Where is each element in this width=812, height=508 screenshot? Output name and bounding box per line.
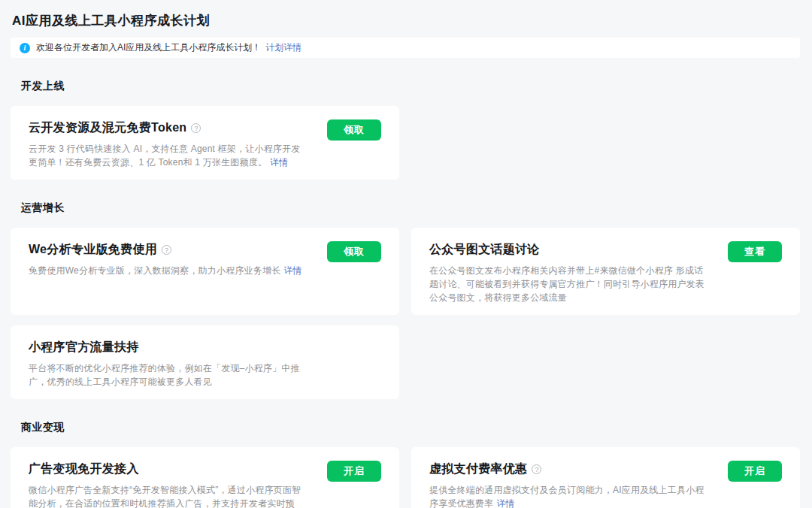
card-title: 小程序官方流量扶持 [29,339,139,355]
welcome-banner: i 欢迎各位开发者加入AI应用及线上工具小程序成长计划！ 计划详情 [11,38,800,58]
card-cloud-resources: 云开发资源及混元免费Token ? 云开发 3 行代码快速接入 AI，支持任意 … [11,106,399,180]
card-title: 公众号图文话题讨论 [429,241,540,258]
enable-button[interactable]: 开启 [728,461,782,482]
section-heading-growth: 运营增长 [21,201,800,215]
details-link[interactable]: 详情 [496,498,514,508]
card-description: 在公众号图文发布小程序相关内容并带上#来微信做个小程序 形成话题讨论、可能被看到… [429,264,709,304]
card-title: We分析专业版免费使用 [29,241,157,258]
card-description: 微信小程序广告全新支持“免开发智能接入模式”，通过小程序页面智能分析，在合适的位… [29,483,308,508]
card-description: 提供全终端的通用虚拟支付及会员订阅能力，AI应用及线上工具小程序享受优惠费率详情 [429,483,709,508]
section-heading-development: 开发上线 [21,80,800,93]
card-desc-text: 云开发 3 行代码快速接入 AI，支持任意 Agent 框架，让小程序开发更简单… [29,144,300,168]
row-traffic: 小程序官方流量扶持 平台将不断的优化小程序推荐的体验，例如在「发现–小程序」中推… [11,325,800,399]
content-area: 开发上线 云开发资源及混元免费Token ? 云开发 3 行代码快速接入 AI，… [0,80,812,508]
card-desc-text: 平台将不断的优化小程序推荐的体验，例如在「发现–小程序」中推广，优秀的线上工具小… [29,363,300,387]
card-traffic-support: 小程序官方流量扶持 平台将不断的优化小程序推荐的体验，例如在「发现–小程序」中推… [11,325,399,399]
claim-button[interactable]: 领取 [327,241,381,262]
card-desc-text: 提供全终端的通用虚拟支付及会员订阅能力，AI应用及线上工具小程序享受优惠费率 [429,485,704,508]
banner-text: 欢迎各位开发者加入AI应用及线上工具小程序成长计划！ [36,41,261,54]
help-icon[interactable]: ? [532,464,541,474]
row-development: 云开发资源及混元免费Token ? 云开发 3 行代码快速接入 AI，支持任意 … [11,106,800,180]
row-growth: We分析专业版免费使用 ? 免费使用We分析专业版，深入数据洞察，助力小程序业务… [11,228,800,315]
card-official-account-topic: 公众号图文话题讨论 在公众号图文发布小程序相关内容并带上#来微信做个小程序 形成… [411,228,800,315]
card-title: 广告变现免开发接入 [29,461,139,477]
enable-button[interactable]: 开启 [327,461,381,482]
details-link[interactable]: 详情 [283,265,301,276]
card-title: 虚拟支付费率优惠 [429,461,527,477]
info-icon: i [20,43,30,53]
growth-plan-page: AI应用及线上工具小程序成长计划 i 欢迎各位开发者加入AI应用及线上工具小程序… [0,0,812,508]
help-icon[interactable]: ? [191,123,201,133]
page-title: AI应用及线上工具小程序成长计划 [0,0,812,38]
card-virtual-payment: 虚拟支付费率优惠 ? 提供全终端的通用虚拟支付及会员订阅能力，AI应用及线上工具… [411,447,800,508]
card-desc-text: 微信小程序广告全新支持“免开发智能接入模式”，通过小程序页面智能分析，在合适的位… [29,485,301,508]
help-icon[interactable]: ? [162,245,171,255]
card-description: 云开发 3 行代码快速接入 AI，支持任意 Agent 框架，让小程序开发更简单… [29,142,308,169]
card-ad-monetization: 广告变现免开发接入 微信小程序广告全新支持“免开发智能接入模式”，通过小程序页面… [11,447,399,508]
details-link[interactable]: 详情 [270,157,288,168]
view-button[interactable]: 查看 [728,241,782,262]
plan-details-link[interactable]: 计划详情 [265,41,301,54]
card-desc-text: 在公众号图文发布小程序相关内容并带上#来微信做个小程序 形成话题讨论、可能被看到… [429,265,704,303]
card-title: 云开发资源及混元免费Token [29,119,186,136]
card-description: 免费使用We分析专业版，深入数据洞察，助力小程序业务增长详情 [29,264,308,277]
card-we-analytics: We分析专业版免费使用 ? 免费使用We分析专业版，深入数据洞察，助力小程序业务… [11,228,399,315]
row-monetization: 广告变现免开发接入 微信小程序广告全新支持“免开发智能接入模式”，通过小程序页面… [11,447,800,508]
claim-button[interactable]: 领取 [327,119,381,141]
card-description: 平台将不断的优化小程序推荐的体验，例如在「发现–小程序」中推广，优秀的线上工具小… [29,361,308,389]
section-heading-monetization: 商业变现 [21,421,800,434]
card-desc-text: 免费使用We分析专业版，深入数据洞察，助力小程序业务增长 [29,265,280,276]
